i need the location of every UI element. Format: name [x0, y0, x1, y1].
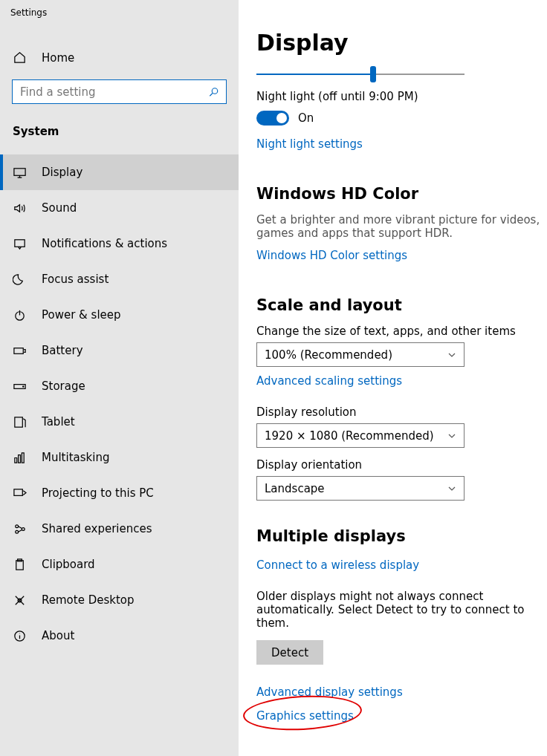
night-light-toggle-state: On — [298, 111, 314, 125]
home-icon — [13, 50, 27, 65]
sidebar-item-projecting-to-this-pc[interactable]: Projecting to this PC — [0, 475, 239, 511]
orientation-value: Landscape — [265, 482, 325, 495]
night-light-toggle-row: On — [256, 111, 547, 126]
sidebar-item-display[interactable]: Display — [0, 154, 239, 190]
sidebar-item-focus-assist[interactable]: Focus assist — [0, 261, 239, 297]
chevron-down-icon — [447, 351, 456, 359]
sidebar-item-label: Tablet — [42, 415, 75, 428]
sidebar-item-label: Battery — [42, 344, 83, 357]
shared-icon — [13, 522, 27, 536]
scale-heading: Scale and layout — [256, 296, 547, 314]
search-wrap — [12, 79, 227, 104]
clipboard-icon — [13, 558, 27, 572]
slider-thumb[interactable] — [370, 66, 376, 82]
wireless-display-link[interactable]: Connect to a wireless display — [256, 558, 419, 572]
sidebar: Settings Home System DisplaySoundNotific… — [0, 0, 239, 756]
sidebar-item-about[interactable]: About — [0, 618, 239, 654]
moon-icon — [13, 273, 27, 287]
sidebar-item-clipboard[interactable]: Clipboard — [0, 547, 239, 582]
battery-icon — [13, 344, 27, 358]
sidebar-item-label: Remote Desktop — [42, 593, 135, 607]
sidebar-item-sound[interactable]: Sound — [0, 190, 239, 226]
night-light-label: Night light (off until 9:00 PM) — [256, 90, 547, 103]
sidebar-section-label: System — [0, 104, 239, 144]
page-title: Display — [256, 30, 547, 56]
sidebar-home-label: Home — [42, 51, 74, 65]
slider-fill — [256, 74, 373, 75]
sound-icon — [13, 201, 27, 215]
sidebar-item-label: Sound — [42, 201, 77, 215]
resolution-value: 1920 × 1080 (Recommended) — [265, 429, 434, 443]
sidebar-nav: DisplaySoundNotifications & actionsFocus… — [0, 154, 239, 654]
sidebar-item-label: Display — [42, 166, 82, 179]
advanced-display-link[interactable]: Advanced display settings — [256, 685, 547, 699]
older-displays-text: Older displays might not always connect … — [256, 590, 547, 630]
storage-icon — [13, 379, 27, 394]
orientation-select[interactable]: Landscape — [256, 476, 465, 501]
svg-rect-2 — [15, 239, 25, 247]
chevron-down-icon — [447, 484, 456, 493]
multiple-displays-heading: Multiple displays — [256, 527, 547, 545]
svg-point-10 — [16, 530, 19, 533]
svg-rect-8 — [14, 489, 22, 495]
window-title: Settings — [0, 3, 239, 25]
text-size-value: 100% (Recommended) — [265, 348, 392, 362]
brightness-slider[interactable] — [256, 69, 465, 79]
sidebar-item-label: Notifications & actions — [42, 237, 167, 250]
resolution-select[interactable]: 1920 × 1080 (Recommended) — [256, 423, 465, 448]
sidebar-home[interactable]: Home — [0, 43, 239, 72]
sidebar-item-label: Shared experiences — [42, 522, 152, 535]
resolution-label: Display resolution — [256, 405, 547, 419]
power-icon — [13, 308, 27, 322]
sidebar-item-label: Focus assist — [42, 273, 109, 286]
sidebar-item-power-sleep[interactable]: Power & sleep — [0, 297, 239, 333]
sidebar-item-label: Storage — [42, 379, 85, 393]
main-content: Display Night light (off until 9:00 PM) … — [239, 0, 547, 756]
night-light-toggle[interactable] — [256, 111, 289, 126]
svg-point-9 — [16, 524, 19, 527]
svg-point-11 — [22, 527, 25, 530]
text-size-select[interactable]: 100% (Recommended) — [256, 342, 465, 367]
multitasking-icon — [13, 451, 27, 465]
sidebar-item-label: Power & sleep — [42, 308, 121, 322]
monitor-icon — [13, 166, 27, 180]
sidebar-item-tablet[interactable]: Tablet — [0, 404, 239, 440]
graphics-settings-link[interactable]: Graphics settings — [256, 709, 354, 723]
hd-color-desc: Get a brighter and more vibrant picture … — [256, 213, 547, 240]
sidebar-item-multitasking[interactable]: Multitasking — [0, 440, 239, 475]
chevron-down-icon — [447, 431, 456, 440]
sidebar-item-storage[interactable]: Storage — [0, 368, 239, 404]
hd-color-link[interactable]: Windows HD Color settings — [256, 249, 407, 262]
svg-rect-1 — [14, 168, 25, 175]
night-light-settings-link[interactable]: Night light settings — [256, 137, 363, 151]
sidebar-item-shared-experiences[interactable]: Shared experiences — [0, 511, 239, 547]
search-input[interactable] — [12, 79, 227, 104]
svg-point-6 — [23, 385, 24, 386]
sidebar-item-label: Clipboard — [42, 558, 95, 571]
svg-rect-12 — [16, 560, 24, 569]
svg-rect-7 — [15, 417, 22, 426]
text-size-label: Change the size of text, apps, and other… — [256, 325, 547, 338]
about-icon — [13, 629, 27, 643]
detect-button[interactable]: Detect — [256, 640, 323, 665]
projecting-icon — [13, 486, 27, 501]
sidebar-item-remote-desktop[interactable]: Remote Desktop — [0, 582, 239, 618]
hd-color-heading: Windows HD Color — [256, 185, 547, 203]
remote-icon — [13, 593, 27, 607]
sidebar-item-battery[interactable]: Battery — [0, 333, 239, 368]
advanced-scaling-link[interactable]: Advanced scaling settings — [256, 374, 402, 388]
notifications-icon — [13, 237, 27, 251]
sidebar-item-label: Projecting to this PC — [42, 486, 154, 500]
tablet-icon — [13, 415, 27, 429]
svg-rect-4 — [14, 348, 23, 353]
sidebar-item-notifications-actions[interactable]: Notifications & actions — [0, 226, 239, 261]
sidebar-item-label: Multitasking — [42, 451, 109, 464]
orientation-label: Display orientation — [256, 458, 547, 472]
sidebar-item-label: About — [42, 629, 74, 642]
